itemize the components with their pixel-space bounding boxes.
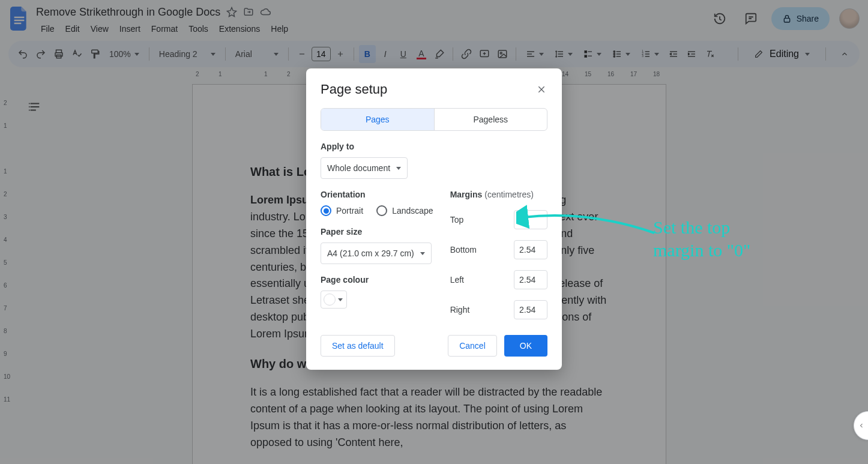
dialog-title: Page setup — [321, 82, 387, 97]
chevron-down-icon — [396, 167, 401, 170]
orientation-portrait-radio[interactable]: Portrait — [321, 205, 363, 216]
margin-right-input[interactable] — [514, 300, 547, 319]
chevron-down-icon — [420, 252, 425, 255]
set-as-default-button[interactable]: Set as default — [321, 335, 395, 357]
margin-top-label: Top — [450, 215, 464, 224]
annotation-line-1: Set the top — [653, 216, 750, 239]
margin-left-input[interactable] — [514, 270, 547, 289]
page-colour-picker[interactable] — [321, 291, 347, 309]
apply-to-value: Whole document — [327, 163, 390, 173]
apply-to-dropdown[interactable]: Whole document — [321, 157, 408, 179]
page-colour-label: Page colour — [321, 275, 433, 285]
orientation-landscape-radio[interactable]: Landscape — [376, 205, 433, 216]
colour-swatch-icon — [324, 294, 336, 306]
page-setup-dialog: Page setup Pages Pageless Apply to Whole… — [306, 68, 562, 370]
annotation-line-2: margin to "0" — [653, 239, 750, 262]
margins-label-text: Margins — [450, 190, 483, 199]
radio-checked-icon — [321, 205, 331, 216]
apply-to-label: Apply to — [321, 142, 547, 151]
close-icon[interactable] — [535, 83, 547, 95]
margin-bottom-input[interactable] — [514, 240, 547, 259]
orientation-label: Orientation — [321, 190, 433, 199]
paper-size-value: A4 (21.0 cm x 29.7 cm) — [327, 249, 414, 258]
page-setup-tabs: Pages Pageless — [321, 108, 547, 131]
margin-right-label: Right — [450, 305, 470, 315]
margin-top-input[interactable] — [514, 210, 547, 229]
margin-left-label: Left — [450, 275, 464, 285]
tab-pageless[interactable]: Pageless — [434, 109, 547, 130]
paper-size-dropdown[interactable]: A4 (21.0 cm x 29.7 cm) — [321, 243, 432, 264]
radio-unchecked-icon — [376, 205, 387, 216]
cancel-button[interactable]: Cancel — [448, 335, 497, 357]
margins-label: Margins (centimetres) — [450, 190, 547, 199]
orientation-portrait-label: Portrait — [336, 206, 363, 215]
chevron-down-icon — [338, 298, 343, 301]
orientation-landscape-label: Landscape — [392, 206, 433, 215]
ok-button[interactable]: OK — [504, 335, 547, 357]
annotation-text: Set the top margin to "0" — [653, 216, 750, 261]
modal-overlay[interactable]: Page setup Pages Pageless Apply to Whole… — [0, 0, 868, 464]
paper-size-label: Paper size — [321, 227, 433, 237]
tab-pages[interactable]: Pages — [321, 109, 434, 130]
side-panel-toggle[interactable] — [854, 411, 868, 440]
margin-bottom-label: Bottom — [450, 245, 477, 255]
margins-unit: (centimetres) — [484, 190, 534, 199]
